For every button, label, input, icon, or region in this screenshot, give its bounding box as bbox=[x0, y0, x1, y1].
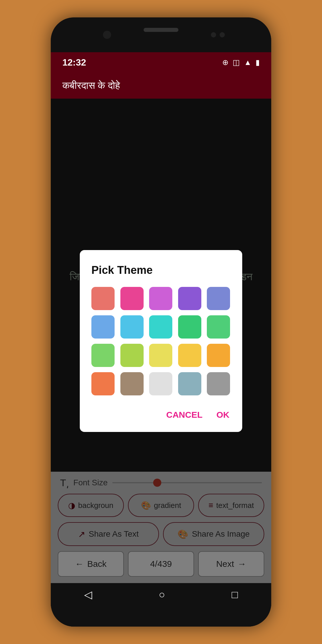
color-swatch-19[interactable] bbox=[207, 372, 230, 395]
color-swatch-3[interactable] bbox=[178, 287, 201, 310]
phone-screen: 12:32 ⊕ ◫ ▲ ▮ कबीरदास के दोहे जिन खोजा त… bbox=[51, 52, 271, 606]
app-title: कबीरदास के दोहे bbox=[62, 80, 120, 91]
back-system-button[interactable]: ◁ bbox=[84, 589, 92, 601]
sensors bbox=[211, 32, 225, 37]
color-swatch-2[interactable] bbox=[149, 287, 172, 310]
bottom-bezel bbox=[51, 606, 271, 627]
color-swatch-0[interactable] bbox=[91, 287, 115, 310]
modal-overlay: Pick Theme CANCEL OK bbox=[51, 99, 271, 583]
modal-actions: CANCEL OK bbox=[91, 407, 231, 423]
home-button[interactable]: ○ bbox=[159, 589, 165, 601]
speaker bbox=[144, 28, 178, 32]
status-time: 12:32 bbox=[62, 57, 86, 68]
color-swatch-10[interactable] bbox=[91, 344, 115, 367]
cancel-button[interactable]: CANCEL bbox=[165, 407, 204, 423]
status-bar: 12:32 ⊕ ◫ ▲ ▮ bbox=[51, 52, 271, 73]
phone-device: 12:32 ⊕ ◫ ▲ ▮ कबीरदास के दोहे जिन खोजा त… bbox=[51, 17, 271, 627]
color-swatch-9[interactable] bbox=[207, 315, 230, 339]
color-swatch-17[interactable] bbox=[149, 372, 172, 395]
modal-title: Pick Theme bbox=[91, 264, 231, 276]
status-icons: ⊕ ◫ ▲ ▮ bbox=[222, 58, 260, 67]
app-bar: कबीरदास के दोहे bbox=[51, 73, 271, 99]
top-bezel bbox=[51, 17, 271, 52]
color-grid bbox=[91, 287, 231, 395]
color-swatch-7[interactable] bbox=[149, 315, 172, 339]
color-swatch-16[interactable] bbox=[120, 372, 144, 395]
color-swatch-4[interactable] bbox=[207, 287, 230, 310]
color-swatch-11[interactable] bbox=[120, 344, 144, 367]
color-swatch-15[interactable] bbox=[91, 372, 115, 395]
battery-icon: ▮ bbox=[256, 58, 260, 67]
ok-button[interactable]: OK bbox=[215, 407, 231, 423]
color-swatch-8[interactable] bbox=[178, 315, 201, 339]
color-swatch-18[interactable] bbox=[178, 372, 201, 395]
color-swatch-12[interactable] bbox=[149, 344, 172, 367]
color-swatch-6[interactable] bbox=[120, 315, 144, 339]
sync-icon: ◫ bbox=[233, 58, 240, 67]
content-area: जिन खोजा तिन पाइया, गहरे पानी पैठ, मैं ब… bbox=[51, 99, 271, 583]
system-nav: ◁ ○ □ bbox=[51, 583, 271, 606]
color-swatch-14[interactable] bbox=[207, 344, 230, 367]
color-swatch-1[interactable] bbox=[120, 287, 144, 310]
color-swatch-5[interactable] bbox=[91, 315, 115, 339]
color-swatch-13[interactable] bbox=[178, 344, 201, 367]
pick-theme-modal: Pick Theme CANCEL OK bbox=[80, 250, 242, 432]
signal-icon: ▲ bbox=[244, 58, 252, 67]
sensor-1 bbox=[211, 32, 216, 37]
sensor-2 bbox=[220, 32, 225, 37]
notification-icon: ⊕ bbox=[222, 58, 229, 67]
recents-button[interactable]: □ bbox=[232, 589, 238, 601]
front-camera bbox=[103, 31, 111, 39]
